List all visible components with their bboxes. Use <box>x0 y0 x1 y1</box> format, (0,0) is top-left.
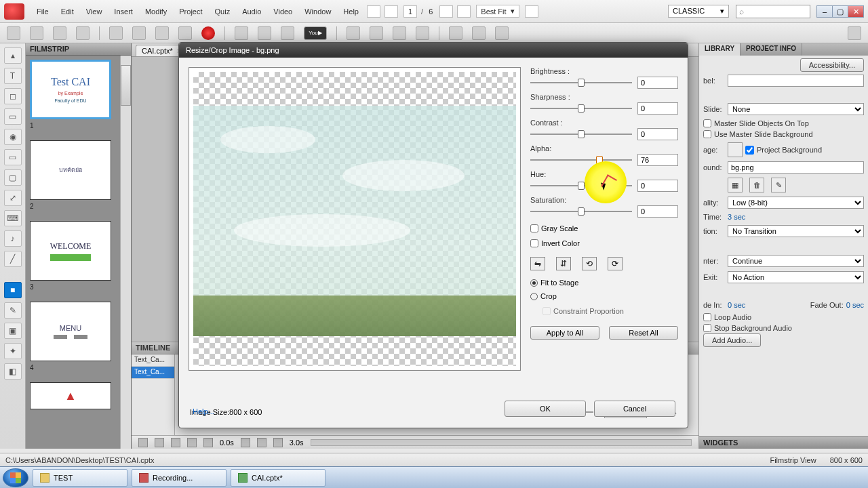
audio-tool[interactable]: ♪ <box>4 230 22 247</box>
timeline-row-1[interactable]: Text_Ca... <box>132 354 174 367</box>
help-link[interactable]: Help... <box>193 407 214 415</box>
hue-slider[interactable] <box>530 181 632 190</box>
line-tool[interactable]: ╱ <box>4 251 22 267</box>
arrange-icon[interactable] <box>393 26 406 40</box>
fadeout-value[interactable]: 0 sec <box>846 301 864 309</box>
ok-button[interactable]: OK <box>505 401 586 417</box>
bg-delete-icon[interactable]: 🗑 <box>749 178 764 192</box>
shape-tool[interactable]: ◻ <box>4 88 22 104</box>
master-slide-select[interactable]: None <box>728 103 864 115</box>
fadein-value[interactable]: 0 sec <box>728 301 745 309</box>
text-tool[interactable]: T <box>4 68 22 84</box>
button-tool[interactable]: ▢ <box>4 169 22 186</box>
fx-tool[interactable]: ✦ <box>4 343 22 359</box>
input-tool[interactable]: ⌨ <box>4 210 22 226</box>
name-input[interactable] <box>728 75 864 87</box>
cancel-button[interactable]: Cancel <box>594 401 675 417</box>
undo-icon[interactable] <box>53 26 66 40</box>
menu-insert[interactable]: Insert <box>108 5 138 18</box>
slide-thumb-3[interactable]: WELCOME <box>30 221 111 281</box>
menu-video[interactable]: Video <box>268 5 298 18</box>
sharpness-slider[interactable] <box>530 104 632 113</box>
widgets-panel-header[interactable]: WIDGETS <box>699 436 868 449</box>
select-tool[interactable]: ▴ <box>4 47 22 64</box>
collapse-icon[interactable] <box>848 26 861 40</box>
group-icon[interactable] <box>370 26 383 40</box>
delete-icon[interactable] <box>178 26 192 40</box>
slide-thumb-5[interactable]: ▲ <box>30 382 111 409</box>
saturation-slider[interactable] <box>530 207 632 216</box>
highlight-tool[interactable]: ▭ <box>4 108 22 125</box>
copy-icon[interactable] <box>109 26 123 40</box>
task-item-1[interactable]: TEST <box>33 469 127 487</box>
grid-icon[interactable] <box>525 5 538 18</box>
quality-select[interactable]: Low (8-bit) <box>728 197 864 209</box>
slide-thumb-1[interactable]: Test CAI by Example Faculty of EDU <box>30 60 111 119</box>
contrast-slider[interactable] <box>530 129 632 139</box>
accessibility-button[interactable]: Accessibility... <box>800 58 864 72</box>
timeline-row-2[interactable]: Text_Ca... <box>132 367 174 379</box>
menu-view[interactable]: View <box>81 5 108 18</box>
mouse-tool[interactable]: ◉ <box>4 129 22 145</box>
zoom-top-select[interactable]: Best Fit▾ <box>476 5 519 18</box>
timeline-play-icon[interactable] <box>171 438 180 447</box>
youtube-icon[interactable]: You▶ <box>304 26 327 40</box>
timeline-prev-icon[interactable] <box>155 438 164 447</box>
window-maximize-button[interactable]: ▢ <box>832 5 848 18</box>
rotate-cw-icon[interactable]: ⟳ <box>608 257 623 270</box>
new-icon[interactable] <box>7 26 20 40</box>
task-item-2[interactable]: Recording... <box>132 469 226 487</box>
filmstrip-scrollbar[interactable] <box>120 56 131 449</box>
invert-check[interactable] <box>530 239 538 247</box>
menu-edit[interactable]: Edit <box>56 5 79 18</box>
media-tool[interactable]: ▣ <box>4 323 22 339</box>
timeline-markout-icon[interactable] <box>257 438 267 447</box>
object-icon[interactable] <box>347 26 360 40</box>
menu-file[interactable]: File <box>31 5 54 18</box>
contrast-value[interactable]: 0 <box>637 128 678 140</box>
grayscale-check[interactable] <box>530 224 538 232</box>
window-minimize-button[interactable]: – <box>816 5 833 18</box>
hue-value[interactable]: 0 <box>637 180 678 192</box>
menu-audio[interactable]: Audio <box>237 5 267 18</box>
mute-icon[interactable] <box>258 26 271 40</box>
loop-audio-check[interactable] <box>703 313 711 321</box>
menu-modify[interactable]: Modify <box>140 5 172 18</box>
crop-radio[interactable] <box>530 293 538 300</box>
brightness-slider[interactable] <box>530 78 632 87</box>
duplicate-icon[interactable] <box>155 26 169 40</box>
snap-icon[interactable] <box>449 26 462 40</box>
menu-help[interactable]: Help <box>338 5 364 18</box>
stage-color-swatch[interactable] <box>728 142 743 157</box>
exit-select[interactable]: No Action <box>728 271 864 283</box>
alpha-slider[interactable] <box>530 155 632 165</box>
transition-select[interactable]: No Transition <box>728 225 864 237</box>
sharpness-value[interactable]: 0 <box>637 102 678 115</box>
timeline-scrollbar[interactable] <box>311 439 692 446</box>
alpha-value[interactable]: 76 <box>637 154 678 166</box>
mail-icon[interactable] <box>367 5 380 18</box>
audio-tool-icon[interactable] <box>235 26 248 40</box>
apply-all-button[interactable]: Apply to All <box>530 326 599 340</box>
picture-icon[interactable] <box>457 5 471 18</box>
bg-browse-icon[interactable]: ▦ <box>728 178 743 192</box>
tab-library[interactable]: LIBRARY <box>699 43 741 56</box>
timeline-markin-icon[interactable] <box>241 438 250 447</box>
start-button[interactable] <box>3 468 28 487</box>
redo-icon[interactable] <box>76 26 90 40</box>
enter-select[interactable]: Continue <box>728 255 864 267</box>
background-input[interactable] <box>728 161 864 174</box>
bg-edit-icon[interactable]: ✎ <box>771 178 786 192</box>
timeline-next-icon[interactable] <box>187 438 197 447</box>
paste-icon[interactable] <box>132 26 146 40</box>
workspace-select[interactable]: CLASSIC ▾ <box>668 5 729 18</box>
panel-icon[interactable] <box>495 26 509 40</box>
lock-icon[interactable] <box>439 5 453 18</box>
master-bg-check[interactable] <box>703 130 711 138</box>
zoom-tool[interactable]: ⤢ <box>4 190 22 206</box>
slide-thumb-2[interactable]: บทคัดย่อ <box>30 140 111 200</box>
stroke-tool[interactable]: ✎ <box>4 302 22 319</box>
project-bg-check[interactable] <box>745 146 754 155</box>
page-current[interactable]: 1 <box>403 5 417 18</box>
record-icon[interactable] <box>201 26 215 40</box>
